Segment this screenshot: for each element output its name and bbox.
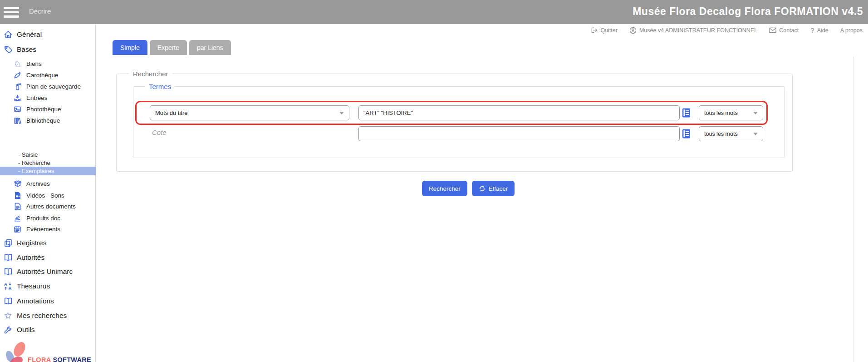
sidebar-item-registres[interactable]: Registres bbox=[0, 238, 96, 248]
stacked-pages-icon bbox=[3, 238, 13, 248]
word-mode-select[interactable]: tous les mots bbox=[699, 105, 763, 120]
sidebar-item-label: - Saisie bbox=[18, 151, 38, 158]
sidebar-item-autorites-unimarc[interactable]: Autorités Unimarc bbox=[0, 266, 96, 277]
sidebar-item-label: Produits doc. bbox=[26, 215, 62, 222]
sidebar-item-biens[interactable]: ♘ Biens bbox=[0, 58, 96, 69]
sidebar-item-recherche[interactable]: - Recherche bbox=[0, 159, 96, 167]
sidebar-item-bases[interactable]: Bases bbox=[0, 44, 96, 55]
index-book-icon bbox=[682, 129, 691, 139]
hamburger-menu-icon[interactable] bbox=[4, 7, 19, 18]
question-mark-icon: ? bbox=[810, 26, 814, 34]
open-book-icon bbox=[3, 253, 13, 262]
word-mode-select[interactable]: tous les mots bbox=[699, 126, 763, 141]
sidebar-item-label: Vidéos - Sons bbox=[26, 192, 64, 199]
sidebar-item-label: Bibliothèque bbox=[26, 117, 60, 124]
chevron-down-icon bbox=[339, 112, 344, 114]
sidebar-item-label: Thesaurus bbox=[17, 282, 50, 290]
chevron-down-icon bbox=[753, 112, 758, 114]
user-toolbar: Quitter Musée v4 ADMINISTRATEUR FONCTION… bbox=[591, 26, 863, 34]
sort-alpha-icon: AB bbox=[3, 282, 13, 291]
index-book-icon bbox=[682, 108, 691, 118]
chess-knight-icon: ♘ bbox=[13, 60, 22, 68]
sidebar-item-label: - Exemplaires bbox=[18, 168, 54, 174]
sidebar-item-label: Autres documents bbox=[26, 203, 76, 210]
contact-link[interactable]: Contact bbox=[769, 27, 799, 34]
tab-experte[interactable]: Experte bbox=[150, 40, 187, 55]
tag-icon bbox=[3, 45, 13, 54]
search-field-select[interactable]: Mots du titre bbox=[150, 105, 349, 120]
sidebar-item-autorites[interactable]: Autorités bbox=[0, 252, 96, 263]
sidebar-item-plan-sauvegarde[interactable]: Plan de sauvegarde bbox=[0, 81, 96, 92]
clear-button[interactable]: Effacer bbox=[472, 181, 515, 196]
rechercher-legend: Rechercher bbox=[129, 70, 172, 78]
user-account-link[interactable]: Musée v4 ADMINISTRATEUR FONCTIONNEL bbox=[629, 27, 757, 34]
sidebar-item-general[interactable]: Général bbox=[0, 29, 96, 40]
envelope-icon bbox=[769, 27, 776, 33]
search-term-input[interactable] bbox=[358, 105, 680, 120]
cote-label: Cote bbox=[152, 129, 167, 136]
sidebar-item-label: Biens bbox=[26, 60, 42, 67]
module-title: Décrire bbox=[29, 7, 51, 15]
sidebar-item-label: Photothèque bbox=[26, 106, 61, 113]
chevron-down-icon bbox=[753, 133, 758, 135]
sidebar-item-label: Evènements bbox=[26, 226, 60, 233]
index-lookup-button[interactable] bbox=[682, 108, 691, 118]
sidebar-item-label: Plan de sauvegarde bbox=[26, 83, 81, 90]
sidebar-item-evenements[interactable]: Evènements bbox=[0, 223, 96, 234]
sidebar-item-label: Annotations bbox=[17, 297, 54, 305]
sidebar-item-annotations[interactable]: Annotations bbox=[0, 296, 96, 307]
sidebar-item-thesaurus[interactable]: AB Thesaurus bbox=[0, 281, 96, 292]
content-panel-edge bbox=[853, 57, 853, 362]
sidebar-item-produits-doc[interactable]: Produits doc. bbox=[0, 213, 96, 223]
topbar: Décrire Musée Flora Decalog Flora FORMAT… bbox=[0, 0, 868, 24]
sidebar-item-phototheque[interactable]: Photothèque bbox=[0, 104, 96, 114]
sidebar-item-label: Carothèque bbox=[26, 72, 59, 79]
svg-text:A: A bbox=[4, 282, 7, 287]
sidebar-item-entrees[interactable]: Entrées bbox=[0, 92, 96, 103]
sidebar-item-label: Entrées bbox=[26, 94, 48, 101]
sidebar-item-label: Autorités bbox=[17, 253, 44, 262]
help-link[interactable]: ? Aide bbox=[810, 26, 828, 34]
app-title: Musée Flora Decalog Flora FORMATION v4.5 bbox=[633, 5, 863, 18]
search-button[interactable]: Rechercher bbox=[422, 181, 467, 196]
books-icon bbox=[13, 117, 22, 124]
sidebar-item-label: - Recherche bbox=[18, 159, 50, 166]
sidebar-item-carotheque[interactable]: Carothèque bbox=[0, 69, 96, 80]
sidebar-item-bibliotheque[interactable]: Bibliothèque bbox=[0, 115, 96, 126]
open-box-icon bbox=[13, 179, 22, 188]
sidebar-item-label: Mes recherches bbox=[17, 312, 67, 320]
termes-legend: Termes bbox=[145, 83, 175, 90]
cote-input[interactable] bbox=[358, 126, 680, 141]
sidebar-item-saisie[interactable]: - Saisie bbox=[0, 150, 96, 159]
inbox-download-icon bbox=[13, 94, 22, 102]
sidebar-item-label: Registres bbox=[17, 239, 46, 247]
sidebar-item-exemplaires-selected[interactable]: - Exemplaires bbox=[0, 167, 96, 175]
sidebar-item-archives[interactable]: Archives bbox=[0, 178, 96, 189]
calendar-icon bbox=[13, 225, 22, 233]
video-file-icon bbox=[13, 192, 22, 199]
search-mode-tabs: Simple Experte par Liens bbox=[113, 40, 231, 55]
brush-icon bbox=[13, 71, 22, 79]
sidebar-item-label: Bases bbox=[17, 45, 36, 54]
user-icon bbox=[629, 27, 637, 34]
flora-software-logo: FLORASOFTWARE Bibliothèques | Archives |… bbox=[0, 319, 95, 360]
about-link[interactable]: A propos bbox=[840, 27, 863, 34]
sidebar-item-videos-sons[interactable]: Vidéos - Sons bbox=[0, 190, 96, 201]
sidebar-item-label: Autorités Unimarc bbox=[17, 268, 73, 276]
pages-fan-icon bbox=[13, 214, 22, 222]
tab-simple[interactable]: Simple bbox=[113, 40, 147, 55]
sidebar-item-label: Archives bbox=[26, 180, 50, 187]
home-icon bbox=[3, 30, 13, 39]
index-lookup-button[interactable] bbox=[682, 129, 691, 139]
termes-fieldset: Termes bbox=[133, 86, 785, 158]
fire-extinguisher-icon bbox=[13, 83, 22, 90]
open-book-icon bbox=[3, 297, 13, 306]
svg-text:B: B bbox=[8, 286, 11, 291]
brand-text: FLORASOFTWARE bbox=[28, 356, 91, 362]
tab-par-liens[interactable]: par Liens bbox=[189, 40, 231, 55]
logout-icon bbox=[591, 27, 598, 34]
flora-app: Décrire Musée Flora Decalog Flora FORMAT… bbox=[0, 0, 868, 362]
sidebar-item-autres-documents[interactable]: Autres documents bbox=[0, 201, 96, 212]
quit-link[interactable]: Quitter bbox=[591, 27, 618, 34]
sidebar: Général Bases ♘ Biens Carothèque Plan de… bbox=[0, 24, 96, 362]
